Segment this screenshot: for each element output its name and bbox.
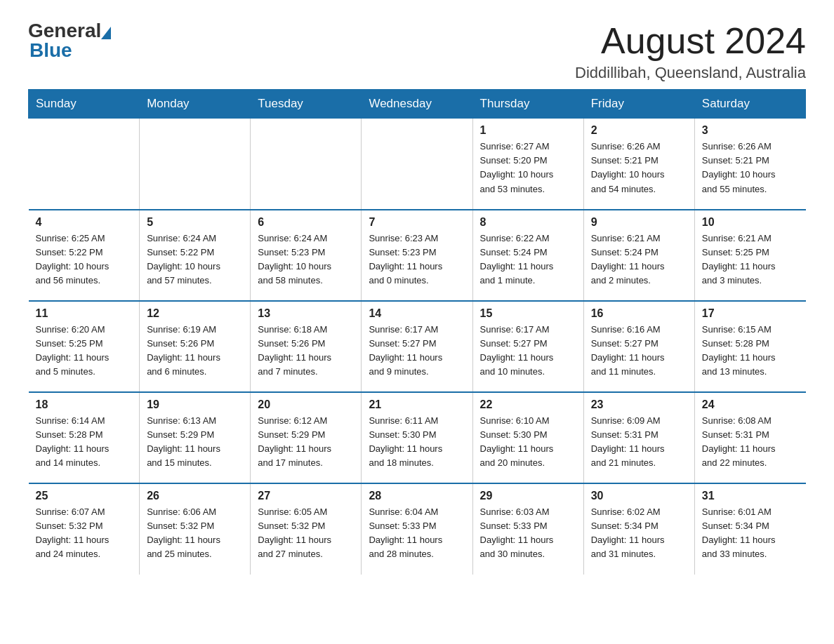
calendar-cell: 16Sunrise: 6:16 AMSunset: 5:27 PMDayligh…: [583, 301, 694, 392]
calendar-cell: 27Sunrise: 6:05 AMSunset: 5:32 PMDayligh…: [251, 483, 362, 575]
calendar-week-2: 4Sunrise: 6:25 AMSunset: 5:22 PMDaylight…: [29, 210, 806, 301]
calendar-cell: 8Sunrise: 6:22 AMSunset: 5:24 PMDaylight…: [472, 210, 583, 301]
calendar-cell: 2Sunrise: 6:26 AMSunset: 5:21 PMDaylight…: [583, 119, 694, 210]
calendar-cell: 17Sunrise: 6:15 AMSunset: 5:28 PMDayligh…: [694, 301, 805, 392]
day-number: 31: [702, 490, 799, 502]
calendar-cell: 3Sunrise: 6:26 AMSunset: 5:21 PMDaylight…: [694, 119, 805, 210]
calendar-header-row: SundayMondayTuesdayWednesdayThursdayFrid…: [29, 90, 806, 119]
day-info: Sunrise: 6:16 AMSunset: 5:27 PMDaylight:…: [591, 323, 687, 380]
day-info: Sunrise: 6:27 AMSunset: 5:20 PMDaylight:…: [480, 140, 576, 196]
day-info: Sunrise: 6:17 AMSunset: 5:27 PMDaylight:…: [369, 323, 465, 380]
header-day-monday: Monday: [140, 90, 251, 119]
calendar-cell: 10Sunrise: 6:21 AMSunset: 5:25 PMDayligh…: [694, 210, 805, 301]
day-number: 4: [36, 216, 133, 229]
day-number: 30: [591, 490, 687, 502]
calendar-cell: 28Sunrise: 6:04 AMSunset: 5:33 PMDayligh…: [362, 483, 472, 575]
calendar-cell: 7Sunrise: 6:23 AMSunset: 5:23 PMDaylight…: [362, 210, 472, 301]
day-number: 3: [702, 124, 799, 137]
day-number: 28: [369, 490, 465, 502]
header-day-saturday: Saturday: [694, 90, 805, 119]
day-info: Sunrise: 6:14 AMSunset: 5:28 PMDaylight:…: [36, 414, 133, 471]
header-day-thursday: Thursday: [472, 90, 583, 119]
calendar-cell: 30Sunrise: 6:02 AMSunset: 5:34 PMDayligh…: [583, 483, 694, 575]
day-info: Sunrise: 6:21 AMSunset: 5:25 PMDaylight:…: [702, 232, 799, 288]
day-number: 27: [258, 490, 354, 502]
day-number: 1: [480, 124, 576, 137]
header-day-tuesday: Tuesday: [251, 90, 362, 119]
day-number: 29: [480, 490, 576, 502]
day-info: Sunrise: 6:03 AMSunset: 5:33 PMDaylight:…: [480, 505, 576, 562]
calendar-cell: [362, 119, 472, 210]
logo: General Blue: [28, 21, 111, 60]
day-number: 16: [591, 307, 687, 320]
day-info: Sunrise: 6:20 AMSunset: 5:25 PMDaylight:…: [36, 323, 133, 380]
day-info: Sunrise: 6:08 AMSunset: 5:31 PMDaylight:…: [702, 414, 799, 471]
page-header: General Blue August 2024 Diddillibah, Qu…: [28, 21, 806, 82]
day-number: 14: [369, 307, 465, 320]
title-section: August 2024 Diddillibah, Queensland, Aus…: [575, 21, 806, 82]
day-info: Sunrise: 6:04 AMSunset: 5:33 PMDaylight:…: [369, 505, 465, 562]
calendar-week-3: 11Sunrise: 6:20 AMSunset: 5:25 PMDayligh…: [29, 301, 806, 392]
day-number: 20: [258, 398, 354, 411]
calendar-cell: [29, 119, 140, 210]
day-number: 15: [480, 307, 576, 320]
calendar-cell: [140, 119, 251, 210]
calendar-cell: 20Sunrise: 6:12 AMSunset: 5:29 PMDayligh…: [251, 392, 362, 483]
day-number: 9: [591, 216, 687, 229]
day-number: 26: [147, 490, 243, 502]
day-info: Sunrise: 6:09 AMSunset: 5:31 PMDaylight:…: [591, 414, 687, 471]
logo-blue-text: Blue: [29, 41, 72, 60]
day-number: 12: [147, 307, 243, 320]
day-info: Sunrise: 6:24 AMSunset: 5:22 PMDaylight:…: [147, 232, 243, 288]
calendar-cell: 4Sunrise: 6:25 AMSunset: 5:22 PMDaylight…: [29, 210, 140, 301]
day-number: 7: [369, 216, 465, 229]
day-info: Sunrise: 6:12 AMSunset: 5:29 PMDaylight:…: [258, 414, 354, 471]
day-info: Sunrise: 6:26 AMSunset: 5:21 PMDaylight:…: [591, 140, 687, 196]
day-info: Sunrise: 6:15 AMSunset: 5:28 PMDaylight:…: [702, 323, 799, 380]
calendar-cell: 24Sunrise: 6:08 AMSunset: 5:31 PMDayligh…: [694, 392, 805, 483]
day-number: 24: [702, 398, 799, 411]
day-info: Sunrise: 6:06 AMSunset: 5:32 PMDaylight:…: [147, 505, 243, 562]
calendar-cell: 1Sunrise: 6:27 AMSunset: 5:20 PMDaylight…: [472, 119, 583, 210]
calendar-cell: 9Sunrise: 6:21 AMSunset: 5:24 PMDaylight…: [583, 210, 694, 301]
day-number: 5: [147, 216, 243, 229]
calendar-cell: 31Sunrise: 6:01 AMSunset: 5:34 PMDayligh…: [694, 483, 805, 575]
logo-triangle-icon: [101, 27, 111, 39]
calendar-table: SundayMondayTuesdayWednesdayThursdayFrid…: [28, 89, 806, 575]
calendar-cell: 18Sunrise: 6:14 AMSunset: 5:28 PMDayligh…: [29, 392, 140, 483]
calendar-cell: 5Sunrise: 6:24 AMSunset: 5:22 PMDaylight…: [140, 210, 251, 301]
calendar-cell: 14Sunrise: 6:17 AMSunset: 5:27 PMDayligh…: [362, 301, 472, 392]
day-info: Sunrise: 6:22 AMSunset: 5:24 PMDaylight:…: [480, 232, 576, 288]
calendar-cell: 25Sunrise: 6:07 AMSunset: 5:32 PMDayligh…: [29, 483, 140, 575]
day-number: 23: [591, 398, 687, 411]
day-info: Sunrise: 6:01 AMSunset: 5:34 PMDaylight:…: [702, 505, 799, 562]
header-day-sunday: Sunday: [29, 90, 140, 119]
calendar-week-5: 25Sunrise: 6:07 AMSunset: 5:32 PMDayligh…: [29, 483, 806, 575]
calendar-cell: 6Sunrise: 6:24 AMSunset: 5:23 PMDaylight…: [251, 210, 362, 301]
day-info: Sunrise: 6:07 AMSunset: 5:32 PMDaylight:…: [36, 505, 133, 562]
calendar-cell: 29Sunrise: 6:03 AMSunset: 5:33 PMDayligh…: [472, 483, 583, 575]
calendar-cell: 13Sunrise: 6:18 AMSunset: 5:26 PMDayligh…: [251, 301, 362, 392]
day-info: Sunrise: 6:24 AMSunset: 5:23 PMDaylight:…: [258, 232, 354, 288]
day-number: 17: [702, 307, 799, 320]
day-info: Sunrise: 6:11 AMSunset: 5:30 PMDaylight:…: [369, 414, 465, 471]
day-info: Sunrise: 6:05 AMSunset: 5:32 PMDaylight:…: [258, 505, 354, 562]
day-number: 19: [147, 398, 243, 411]
day-number: 18: [36, 398, 133, 411]
calendar-cell: 26Sunrise: 6:06 AMSunset: 5:32 PMDayligh…: [140, 483, 251, 575]
day-number: 11: [36, 307, 133, 320]
day-info: Sunrise: 6:10 AMSunset: 5:30 PMDaylight:…: [480, 414, 576, 471]
day-number: 8: [480, 216, 576, 229]
calendar-cell: 21Sunrise: 6:11 AMSunset: 5:30 PMDayligh…: [362, 392, 472, 483]
day-info: Sunrise: 6:18 AMSunset: 5:26 PMDaylight:…: [258, 323, 354, 380]
day-info: Sunrise: 6:02 AMSunset: 5:34 PMDaylight:…: [591, 505, 687, 562]
calendar-cell: 15Sunrise: 6:17 AMSunset: 5:27 PMDayligh…: [472, 301, 583, 392]
calendar-cell: 19Sunrise: 6:13 AMSunset: 5:29 PMDayligh…: [140, 392, 251, 483]
header-day-wednesday: Wednesday: [362, 90, 472, 119]
day-number: 21: [369, 398, 465, 411]
day-number: 13: [258, 307, 354, 320]
header-day-friday: Friday: [583, 90, 694, 119]
day-number: 6: [258, 216, 354, 229]
calendar-cell: [251, 119, 362, 210]
calendar-title: August 2024: [575, 21, 806, 61]
